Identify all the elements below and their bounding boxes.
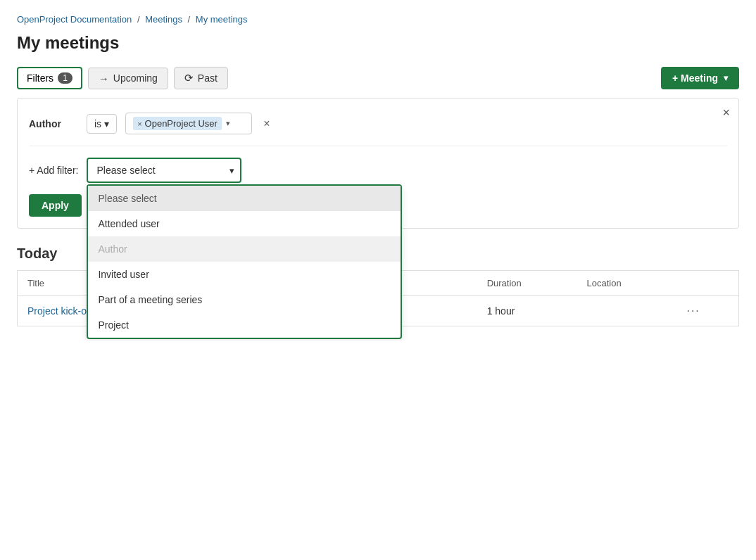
add-meeting-label: + Meeting xyxy=(672,72,718,84)
breadcrumb: OpenProject Documentation / Meetings / M… xyxy=(17,14,739,25)
operator-chevron-icon: ▾ xyxy=(104,118,109,129)
more-actions-button[interactable]: ··· xyxy=(686,305,700,317)
col-duration: Duration xyxy=(477,271,577,296)
dropdown-item-author: Author xyxy=(88,236,401,262)
add-meeting-button[interactable]: + Meeting ▾ xyxy=(661,67,739,89)
tag-remove-icon[interactable]: × xyxy=(137,120,141,128)
filter-author-row: Author is ▾ × OpenProject User ▾ × xyxy=(29,113,727,146)
clear-filter-button[interactable]: × xyxy=(263,117,270,130)
author-label: Author xyxy=(29,118,78,129)
past-label: Past xyxy=(198,72,218,84)
add-meeting-chevron-icon: ▾ xyxy=(724,73,728,83)
filter-dropdown-menu: Please selectAttended userAuthorInvited … xyxy=(87,184,402,339)
history-icon: ⟳ xyxy=(184,72,194,84)
filter-select-wrapper: Please select ▾ Please selectAttended us… xyxy=(87,158,241,183)
dropdown-item-project[interactable]: Project xyxy=(88,312,401,338)
tag-openproject-user: × OpenProject User xyxy=(133,117,222,130)
operator-value: is xyxy=(94,118,101,129)
add-filter-row: + Add filter: Please select ▾ Please sel… xyxy=(29,158,727,183)
cell-location xyxy=(577,296,677,326)
tag-value: OpenProject User xyxy=(145,118,218,129)
dropdown-item-invited-user[interactable]: Invited user xyxy=(88,262,401,287)
dropdown-item-attended-user[interactable]: Attended user xyxy=(88,211,401,236)
cell-actions: ··· xyxy=(676,296,738,326)
filters-badge: 1 xyxy=(58,72,73,84)
cell-duration: 1 hour xyxy=(477,296,577,326)
value-input[interactable]: × OpenProject User ▾ xyxy=(125,113,252,134)
value-dropdown-arrow-icon: ▾ xyxy=(226,119,230,128)
add-filter-label: + Add filter: xyxy=(29,165,78,176)
filters-label: Filters xyxy=(27,72,53,84)
col-actions xyxy=(676,271,738,296)
filter-panel: × Author is ▾ × OpenProject User ▾ × + A… xyxy=(17,98,739,229)
filters-button[interactable]: Filters 1 xyxy=(17,67,82,89)
toolbar: Filters 1 → Upcoming ⟳ Past + Meeting ▾ xyxy=(17,67,739,89)
col-location: Location xyxy=(577,271,677,296)
breadcrumb-link-my-meetings[interactable]: My meetings xyxy=(196,14,248,25)
arrow-right-icon: → xyxy=(99,72,109,84)
breadcrumb-link-docs[interactable]: OpenProject Documentation xyxy=(17,14,132,25)
upcoming-label: Upcoming xyxy=(113,72,158,84)
filter-type-select[interactable]: Please select xyxy=(87,158,241,183)
past-tab[interactable]: ⟳ Past xyxy=(174,67,228,89)
page-title: My meetings xyxy=(17,33,739,53)
meeting-title-link[interactable]: Project kick-off xyxy=(27,305,92,317)
upcoming-tab[interactable]: → Upcoming xyxy=(88,68,168,89)
dropdown-item-please-select[interactable]: Please select xyxy=(88,186,401,211)
breadcrumb-link-meetings[interactable]: Meetings xyxy=(145,14,182,25)
close-filter-button[interactable]: × xyxy=(722,106,730,120)
apply-button[interactable]: Apply xyxy=(29,194,82,217)
toolbar-left: Filters 1 → Upcoming ⟳ Past xyxy=(17,67,228,89)
dropdown-item-part-of-a-meeting-series[interactable]: Part of a meeting series xyxy=(88,287,401,312)
operator-dropdown[interactable]: is ▾ xyxy=(87,114,117,134)
